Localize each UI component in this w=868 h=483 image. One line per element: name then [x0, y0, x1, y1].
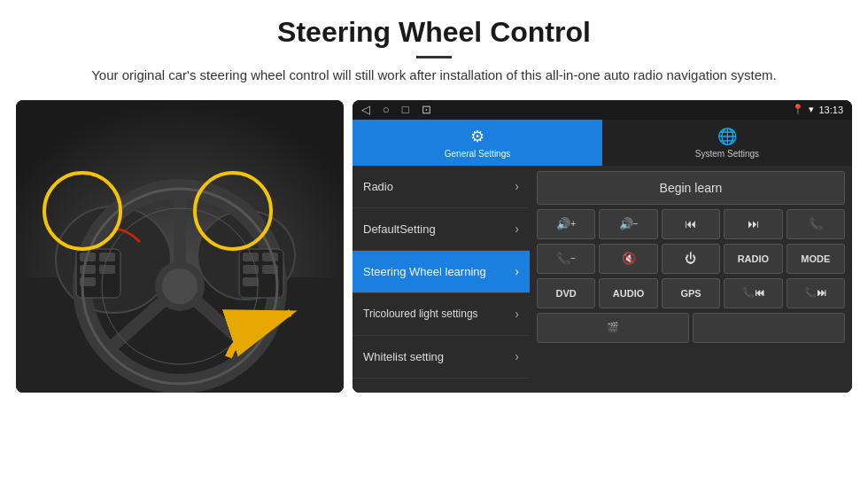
menu-tricoloured-label: Tricoloured light settings [363, 308, 478, 320]
vol-up-button[interactable]: 🔊+ [537, 209, 595, 239]
control-grid-row1: 🔊+ 🔊− ⏮ ⏭ 📞 [537, 209, 845, 239]
content-row: ◁ ○ □ ⊡ 📍 ▾ 13:13 ⚙ General Settings 🌐 S… [0, 93, 868, 393]
general-settings-icon: ⚙ [470, 127, 484, 146]
left-button-highlight [43, 171, 122, 251]
mode-button[interactable]: MODE [787, 244, 845, 274]
menu-whitelist-label: Whitelist setting [363, 350, 444, 363]
menu-item-steering-wheel[interactable]: Steering Wheel learning › [353, 251, 530, 293]
status-bar-right: 📍 ▾ 13:13 [792, 104, 843, 115]
chevron-icon: › [515, 307, 519, 321]
audio-button[interactable]: AUDIO [599, 278, 657, 308]
vol-down-button[interactable]: 🔊− [599, 209, 657, 239]
dvd-row: DVD AUDIO GPS 📞⏮ 📞⏭ [537, 278, 845, 308]
svg-rect-18 [262, 253, 278, 261]
screenshot-icon[interactable]: ⊡ [422, 103, 431, 116]
power-button[interactable]: ⏻ [662, 244, 720, 274]
chevron-icon: › [515, 179, 519, 193]
tab-system-settings[interactable]: 🌐 System Settings [602, 120, 852, 166]
radio-button[interactable]: RADIO [724, 244, 782, 274]
location-icon: 📍 [792, 104, 804, 115]
system-settings-icon: 🌐 [717, 127, 737, 146]
page-header: Steering Wheel Control Your original car… [0, 0, 868, 93]
tel-prev-button[interactable]: 📞⏮ [724, 278, 782, 308]
status-time: 13:13 [818, 105, 843, 115]
menu-default-label: DefaultSetting [363, 222, 436, 236]
steering-wheel-bg [16, 100, 344, 393]
menu-steering-label: Steering Wheel learning [363, 265, 486, 278]
page-subtitle: Your original car's steering wheel contr… [35, 66, 833, 86]
empty-button [693, 313, 845, 343]
tel-next-button[interactable]: 📞⏭ [787, 278, 845, 308]
status-bar-nav-icons: ◁ ○ □ ⊡ [361, 103, 431, 116]
title-divider [416, 56, 452, 58]
begin-learn-button[interactable]: Begin learn [537, 171, 845, 205]
prev-track-button[interactable]: ⏮ [662, 209, 720, 239]
right-panel: Begin learn 🔊+ 🔊− ⏮ ⏭ 📞 📞− 🔇 ⏻ RADIO MOD… [530, 166, 852, 393]
home-icon[interactable]: ○ [383, 103, 390, 116]
chevron-icon: › [515, 264, 519, 278]
headunit: ◁ ○ □ ⊡ 📍 ▾ 13:13 ⚙ General Settings 🌐 S… [353, 100, 852, 393]
tab-system-label: System Settings [695, 149, 759, 159]
page-title: Steering Wheel Control [35, 16, 833, 49]
recent-icon[interactable]: □ [402, 103, 409, 116]
control-grid-row2: 📞− 🔇 ⏻ RADIO MODE [537, 244, 845, 274]
right-button-highlight [193, 171, 273, 251]
tab-bar: ⚙ General Settings 🌐 System Settings [353, 120, 852, 166]
menu-item-radio[interactable]: Radio › [353, 166, 530, 208]
menu-item-whitelist[interactable]: Whitelist setting › [353, 336, 530, 378]
media-button[interactable]: 🎬 [537, 313, 689, 343]
last-row: 🎬 [537, 313, 845, 343]
back-icon[interactable]: ◁ [361, 103, 370, 116]
svg-rect-14 [99, 265, 115, 274]
next-track-button[interactable]: ⏭ [724, 209, 782, 239]
gps-button[interactable]: GPS [662, 278, 720, 308]
svg-point-9 [162, 269, 198, 304]
chevron-icon: › [515, 222, 519, 236]
svg-rect-21 [243, 277, 259, 286]
tab-general-settings[interactable]: ⚙ General Settings [353, 120, 602, 166]
phone-answer-button[interactable]: 📞 [787, 209, 845, 239]
steering-wheel-area [16, 100, 344, 393]
chevron-icon: › [515, 349, 519, 363]
menu-item-default-setting[interactable]: DefaultSetting › [353, 208, 530, 251]
mute-button[interactable]: 🔇 [599, 244, 657, 274]
tab-general-label: General Settings [445, 149, 511, 159]
menu-list: Radio › DefaultSetting › Steering Wheel … [353, 166, 530, 393]
wifi-icon: ▾ [809, 104, 814, 115]
status-bar: ◁ ○ □ ⊡ 📍 ▾ 13:13 [353, 100, 852, 120]
menu-item-tricoloured[interactable]: Tricoloured light settings › [353, 293, 530, 336]
settings-content: Radio › DefaultSetting › Steering Wheel … [353, 166, 852, 393]
direction-arrow [220, 295, 326, 366]
dvd-button[interactable]: DVD [537, 278, 595, 308]
phone-hangup-button[interactable]: 📞− [537, 244, 595, 274]
menu-radio-label: Radio [363, 180, 393, 193]
